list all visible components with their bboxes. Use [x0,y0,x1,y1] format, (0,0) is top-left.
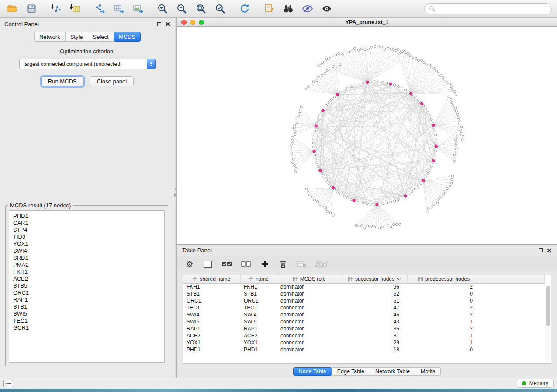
show-columns-icon[interactable] [203,260,213,268]
delete-table-icon-disabled [297,261,306,268]
splitter-collapse-icon[interactable] [174,187,176,197]
column-type-icon [418,277,423,281]
mcds-result-item[interactable]: PHD1 [13,213,160,220]
export-network-button[interactable] [93,2,107,15]
mcds-result-item[interactable]: PMA2 [13,261,160,268]
close-table-panel-icon[interactable]: ✕ [547,248,552,253]
zoom-fit-button[interactable] [194,2,208,15]
table-tab-node-table[interactable]: Node Table [293,367,332,376]
mcds-result-item[interactable]: YOX1 [13,241,160,248]
mcds-result-item[interactable]: TEC1 [13,317,160,324]
column-header-predecessor-nodes[interactable]: predecessor nodes [407,275,481,283]
close-panel-button[interactable]: Close panel [90,76,134,86]
table-row[interactable]: ORC1ORC1dominator610 [183,297,545,304]
table-options-gear-icon[interactable]: ⚙ [185,260,194,268]
table-row[interactable]: SWI5SWI5connector431 [183,318,545,325]
table-tab-motifs[interactable]: Motifs [415,367,441,376]
tab-mcds[interactable]: MCDS [114,32,141,42]
export-table-button[interactable] [112,2,126,15]
mcds-result-group: MCDS result (17 nodes) PHD1CAR1STP4TID3Y… [5,202,168,366]
run-mcds-button[interactable]: Run MCDS [41,76,84,86]
status-menu-button[interactable] [3,380,13,387]
table-toolbar: ⚙ [177,256,557,272]
table-scrollbar-thumb[interactable] [546,286,550,326]
open-session-button[interactable] [5,2,19,15]
memory-label: Memory [529,380,548,386]
mcds-result-item[interactable]: SWI5 [13,310,160,317]
memory-button[interactable]: Memory [517,379,554,388]
mcds-result-list[interactable]: PHD1CAR1STP4TID3YOX1SWI4SRD1PMA2FKH1ACE2… [9,210,165,363]
export-document-button[interactable] [262,2,276,15]
table-row[interactable]: RAP1RAP1dominator352 [183,325,545,332]
export-image-button[interactable] [131,2,145,15]
select-all-icon[interactable] [221,261,232,268]
column-header-MCDS-role[interactable]: MCDS role [277,275,342,283]
table-tab-edge-table[interactable]: Edge Table [332,367,370,376]
import-network-button[interactable] [49,2,63,15]
import-network-icon [50,3,62,14]
eye-icon [321,3,333,14]
network-view-window: YPA_prune.txt_1 [177,18,557,245]
mcds-result-item[interactable]: TID3 [13,234,160,241]
mcds-result-item[interactable]: STB5 [13,282,160,289]
table-row[interactable]: YOX1YOX1connector291 [183,339,545,346]
table-panel-tabs: Node TableEdge TableNetwork TableMotifs [177,365,557,378]
export-network-icon [94,3,105,14]
delete-column-icon[interactable] [278,260,288,268]
mcds-result-item[interactable]: STB1 [13,303,160,310]
mcds-result-item[interactable]: RAP1 [13,296,160,303]
table-row[interactable]: TEC1TEC1connector472 [183,304,545,311]
table-tab-network-table[interactable]: Network Table [370,367,415,376]
window-close-icon[interactable] [181,20,187,25]
deselect-all-icon[interactable] [241,261,251,268]
mcds-result-item[interactable]: CAR1 [13,220,160,227]
close-panel-icon[interactable]: ✕ [165,22,170,26]
window-minimize-icon[interactable] [190,20,195,25]
mcds-result-item[interactable]: STP4 [13,227,160,234]
hide-details-button[interactable] [301,2,315,15]
tab-select[interactable]: Select [88,32,114,42]
float-table-panel-icon[interactable] [539,248,543,252]
optimization-criterion-label: Optimization criterion: [0,48,175,55]
column-header-successor-nodes[interactable]: successor nodes [342,275,407,283]
mcds-result-item[interactable]: GCR1 [13,324,160,331]
table-scrollbar[interactable] [545,284,550,362]
zoom-in-icon [157,3,168,14]
show-details-button[interactable] [320,2,334,15]
control-panel-tabs: NetworkStyleSelectMCDS [0,32,175,42]
optimization-criterion-dropdown[interactable]: largest connected component (undirected) [19,59,156,69]
mcds-result-item[interactable]: SRD1 [13,254,160,261]
mcds-result-item[interactable]: ORC1 [13,289,160,296]
network-canvas[interactable] [177,27,557,244]
table-row[interactable]: PHD1PHD1dominator180 [183,346,545,353]
table-panel: Table Panel ✕ ⚙ [177,245,557,378]
zoom-out-button[interactable] [175,2,189,15]
mcds-result-item[interactable]: ACE2 [13,275,160,282]
zoom-in-button[interactable] [156,2,170,15]
mcds-result-item[interactable]: SWI4 [13,248,160,254]
column-header-name[interactable]: name [240,275,277,283]
window-maximize-icon[interactable] [199,20,204,25]
main-toolbar [0,0,557,18]
zoom-selected-button[interactable] [213,2,227,15]
table-row[interactable]: FKH1FKH1dominator962 [183,283,545,290]
first-neighbors-button[interactable] [281,2,295,15]
zoom-selected-icon [214,3,226,14]
sort-descending-icon [397,278,401,280]
tab-network[interactable]: Network [34,32,66,42]
table-row[interactable]: SWI4SWI4dominator462 [183,311,545,318]
mcds-result-item[interactable]: FKH1 [13,268,160,275]
add-column-icon[interactable] [260,260,270,268]
table-row[interactable]: ACE2ACE2connector311 [183,332,545,339]
search-input[interactable] [438,6,547,12]
tab-style[interactable]: Style [65,32,88,42]
column-header-shared-name[interactable]: shared name [183,275,240,283]
node-table: shared namenameMCDS rolesuccessor nodesp… [183,275,545,353]
save-session-button[interactable] [24,2,38,15]
float-panel-icon[interactable] [157,22,161,26]
network-search-field[interactable] [424,3,552,14]
import-table-button[interactable] [68,2,82,15]
refresh-view-button[interactable] [238,2,252,15]
table-row[interactable]: STB1STB1dominator620 [183,290,545,297]
list-icon [5,381,11,386]
